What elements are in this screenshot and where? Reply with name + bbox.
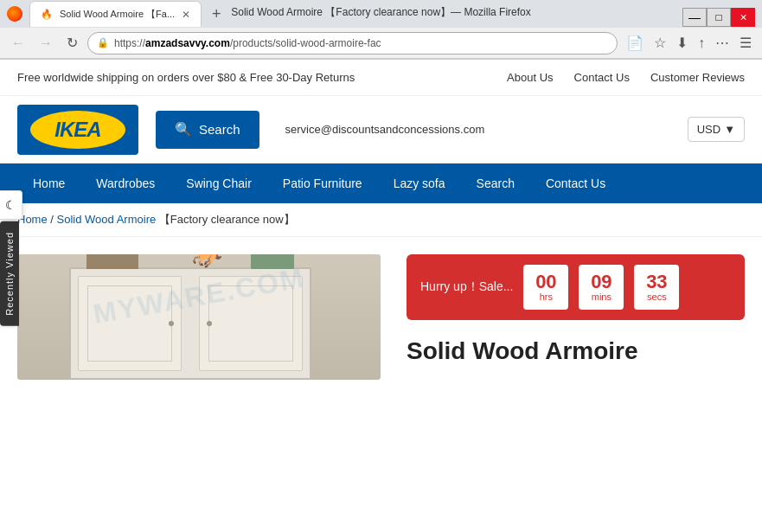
knob — [169, 321, 174, 326]
decor-horse: 🐎 — [190, 254, 222, 269]
nav-home[interactable]: Home — [17, 163, 80, 203]
url-prefix: https:// — [114, 37, 145, 49]
knob-2 — [207, 321, 212, 326]
maximize-button[interactable]: □ — [707, 8, 731, 27]
countdown-hours: 00 hrs — [523, 265, 568, 310]
back-button[interactable]: ← — [7, 34, 29, 53]
side-recently-viewed: ☾ Recently Viewed — [0, 190, 22, 326]
reload-button[interactable]: ↻ — [62, 33, 82, 53]
url-path: /products/solid-wood-armoire-fac — [230, 37, 381, 49]
logo-text: IKEA — [54, 118, 100, 142]
currency-label: USD — [697, 123, 720, 136]
navigation-bar: ← → ↻ 🔒 https://amzadsavvy.com/products/… — [0, 28, 762, 59]
breadcrumb: Home / Solid Wood Armoire 【Factory clear… — [0, 203, 762, 237]
breadcrumb-separator-1: / — [50, 213, 56, 226]
dark-mode-toggle[interactable]: ☾ — [0, 190, 22, 220]
countdown-hours-value: 00 — [535, 272, 556, 292]
toolbar-icons: 📄 ☆ ⬇ ↑ ⋯ ☰ — [623, 33, 755, 53]
nav-lazy-sofa[interactable]: Lazy sofa — [378, 163, 461, 203]
announcement-bar: Free worldwide shipping on orders over $… — [0, 60, 762, 96]
countdown-minutes-label: mins — [592, 292, 612, 302]
currency-selector[interactable]: USD ▼ — [688, 117, 745, 142]
recently-viewed-panel[interactable]: Recently Viewed — [0, 221, 19, 326]
reader-view-button[interactable]: 📄 — [623, 33, 647, 53]
site-navigation: Home Wardrobes Swing Chair Patio Furnitu… — [0, 163, 762, 203]
search-icon: 🔍 — [175, 121, 192, 138]
search-button[interactable]: 🔍 Search — [156, 111, 259, 149]
about-us-link[interactable]: About Us — [507, 71, 553, 84]
close-button[interactable]: ✕ — [731, 8, 755, 27]
product-image-area: 🐎 MYWARE.COM — [17, 254, 381, 380]
countdown-bar: Hurry up！Sale... 00 hrs 09 mins 33 secs — [407, 254, 745, 320]
breadcrumb-current: 【Factory clearance now】 — [159, 213, 295, 226]
cabinet — [69, 267, 311, 380]
logo-inner: IKEA — [30, 111, 125, 149]
nav-wardrobes[interactable]: Wardrobes — [80, 163, 170, 203]
menu-button[interactable]: ☰ — [736, 33, 755, 53]
website: ☾ Recently Viewed Free worldwide shippin… — [0, 60, 762, 397]
active-tab[interactable]: 🔥 Solid Wood Armoire 【Fa... ✕ — [29, 1, 202, 27]
countdown-label: Hurry up！Sale... — [420, 279, 513, 295]
nav-swing-chair[interactable]: Swing Chair — [170, 163, 266, 203]
firefox-icon — [7, 6, 22, 22]
nav-search[interactable]: Search — [461, 163, 530, 203]
pocket-button[interactable]: ⬇ — [673, 33, 691, 53]
header-email: service@discountsandconcessions.com — [285, 123, 670, 136]
extensions-button[interactable]: ⋯ — [712, 33, 733, 53]
new-tab-button[interactable]: + — [202, 1, 232, 27]
share-button[interactable]: ↑ — [695, 34, 708, 53]
contact-us-link[interactable]: Contact Us — [574, 71, 630, 84]
site-logo[interactable]: IKEA — [17, 105, 138, 155]
browser-chrome: 🔥 Solid Wood Armoire 【Fa... ✕ + — □ ✕ So… — [0, 0, 762, 60]
cabinet-right-door — [199, 276, 303, 371]
countdown-minutes: 09 mins — [579, 265, 624, 310]
nav-patio-furniture[interactable]: Patio Furniture — [267, 163, 378, 203]
minimize-button[interactable]: — — [682, 8, 707, 27]
main-content: 🐎 MYWARE.COM Hurry up！Sale... 00 hrs 09 … — [0, 237, 762, 397]
bookmark-button[interactable]: ☆ — [650, 33, 669, 53]
product-info: Hurry up！Sale... 00 hrs 09 mins 33 secs … — [407, 254, 745, 380]
title-bar: 🔥 Solid Wood Armoire 【Fa... ✕ + — □ ✕ — [0, 0, 762, 28]
countdown-hours-label: hrs — [540, 292, 553, 302]
announcement-links: About Us Contact Us Customer Reviews — [507, 71, 745, 84]
countdown-seconds-value: 33 — [646, 272, 667, 292]
tab-favicon: 🔥 — [41, 9, 53, 20]
customer-reviews-link[interactable]: Customer Reviews — [650, 71, 745, 84]
countdown-seconds: 33 secs — [634, 265, 679, 310]
search-button-label: Search — [199, 122, 240, 137]
url-text: https://amzadsavvy.com/products/solid-wo… — [114, 37, 381, 49]
address-bar[interactable]: 🔒 https://amzadsavvy.com/products/solid-… — [87, 32, 618, 54]
countdown-minutes-value: 09 — [591, 272, 612, 292]
title-bar-left — [7, 6, 22, 22]
site-header: IKEA 🔍 Search service@discountsandconces… — [0, 96, 762, 163]
forward-button[interactable]: → — [35, 34, 57, 53]
tab-close-button[interactable]: ✕ — [182, 9, 190, 21]
announcement-text: Free worldwide shipping on orders over $… — [17, 71, 355, 84]
nav-contact-us[interactable]: Contact Us — [530, 163, 621, 203]
currency-chevron-icon: ▼ — [724, 123, 735, 136]
tab-label: Solid Wood Armoire 【Fa... — [60, 8, 175, 21]
product-image: 🐎 MYWARE.COM — [17, 254, 381, 380]
cabinet-panel — [87, 285, 172, 362]
url-domain: amzadsavvy.com — [145, 37, 230, 49]
cabinet-left-door — [78, 276, 182, 371]
lock-icon: 🔒 — [97, 37, 109, 48]
decor-basket — [86, 254, 138, 269]
countdown-seconds-label: secs — [647, 292, 667, 302]
decor-books — [251, 254, 294, 269]
cabinet-panel-2 — [208, 285, 293, 362]
product-title: Solid Wood Armoire — [407, 337, 745, 365]
breadcrumb-product[interactable]: Solid Wood Armoire — [57, 213, 157, 226]
